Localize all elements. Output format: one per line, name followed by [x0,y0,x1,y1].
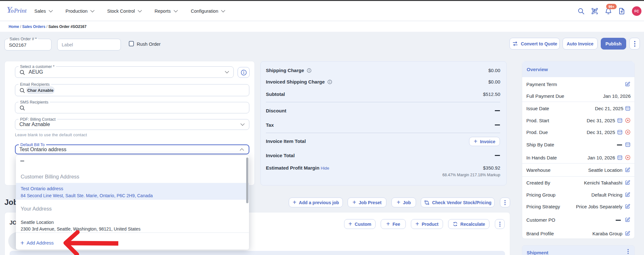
svg-text:oPrint: oPrint [11,7,26,14]
